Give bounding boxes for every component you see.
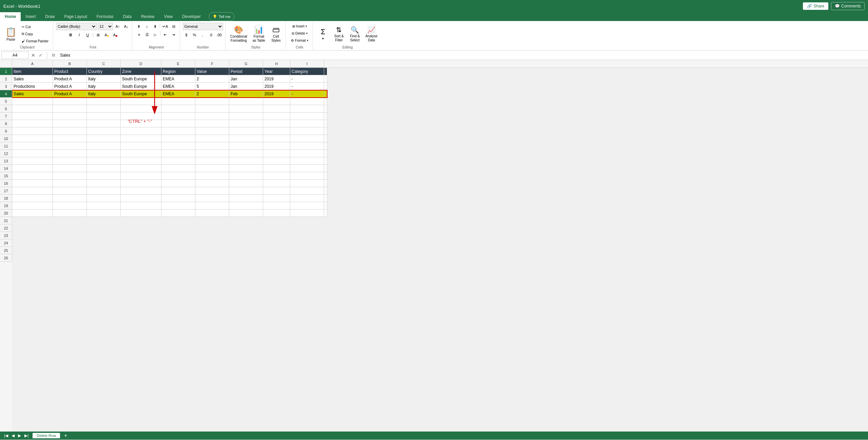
cell-f7[interactable] xyxy=(195,113,229,120)
cell-d2[interactable]: South Europe xyxy=(121,75,161,83)
cell-h17[interactable] xyxy=(263,187,290,195)
cell-h4[interactable]: 2019 xyxy=(263,90,290,98)
cell-e1[interactable]: Region xyxy=(161,68,195,75)
cell-e12[interactable] xyxy=(161,150,195,157)
cell-f9[interactable] xyxy=(195,127,229,135)
cell-i17[interactable] xyxy=(290,187,324,195)
col-header-i[interactable]: I xyxy=(290,60,324,67)
cell-a20[interactable] xyxy=(12,209,53,217)
cell-c16[interactable] xyxy=(87,180,121,187)
accounting-button[interactable]: $ xyxy=(183,31,190,39)
delete-cells-button[interactable]: ⊟ Delete ▾ xyxy=(289,30,310,37)
cell-h10[interactable] xyxy=(263,135,290,142)
cell-b6[interactable] xyxy=(53,105,87,113)
row-header-24[interactable]: 24 xyxy=(0,239,12,247)
cell-e13[interactable] xyxy=(161,157,195,165)
cell-f17[interactable] xyxy=(195,187,229,195)
cell-a15[interactable] xyxy=(12,172,53,180)
cell-a14[interactable] xyxy=(12,165,53,172)
cell-i10[interactable] xyxy=(290,135,324,142)
cell-g20[interactable] xyxy=(229,209,263,217)
tab-home[interactable]: Home xyxy=(0,12,21,21)
find-select-button[interactable]: 🔍 Find &Select xyxy=(348,24,362,44)
cell-a9[interactable] xyxy=(12,127,53,135)
cell-a3[interactable]: Productions xyxy=(12,83,53,90)
confirm-formula-button[interactable]: ✓ xyxy=(37,53,44,58)
bold-button[interactable]: B xyxy=(67,31,75,39)
cell-i20[interactable] xyxy=(290,209,324,217)
analyse-data-button[interactable]: 📈 AnalyseData xyxy=(363,24,380,44)
cell-c18[interactable] xyxy=(87,195,121,202)
align-center-button[interactable]: ☰ xyxy=(143,31,151,38)
cell-e3[interactable]: EMEA xyxy=(161,83,195,90)
sort-filter-button[interactable]: ⇅ Sort &Filter xyxy=(332,24,347,44)
row-header-21[interactable]: 21 xyxy=(0,217,12,224)
row-header-6[interactable]: 6 xyxy=(0,105,12,113)
cell-g11[interactable] xyxy=(229,142,263,150)
corner-cell[interactable] xyxy=(0,60,12,67)
cell-c1[interactable]: Country xyxy=(87,68,121,75)
font-name-select[interactable]: Calibri (Body) xyxy=(56,23,97,30)
cell-e15[interactable] xyxy=(161,172,195,180)
cell-f6[interactable] xyxy=(195,105,229,113)
cell-h11[interactable] xyxy=(263,142,290,150)
cell-f8[interactable] xyxy=(195,120,229,127)
cell-g19[interactable] xyxy=(229,202,263,209)
cell-a17[interactable] xyxy=(12,187,53,195)
cell-e17[interactable] xyxy=(161,187,195,195)
cell-g12[interactable] xyxy=(229,150,263,157)
merge-button[interactable]: ⊟ xyxy=(170,23,178,30)
cell-d7[interactable] xyxy=(121,113,161,120)
cell-i18[interactable] xyxy=(290,195,324,202)
cell-e20[interactable] xyxy=(161,209,195,217)
align-top-button[interactable]: ⬆ xyxy=(135,23,142,30)
cell-f14[interactable] xyxy=(195,165,229,172)
row-header-17[interactable]: 17 xyxy=(0,187,12,195)
format-as-table-button[interactable]: 📊 Formatas Table xyxy=(251,24,267,44)
cell-f11[interactable] xyxy=(195,142,229,150)
cell-i13[interactable] xyxy=(290,157,324,165)
cell-f13[interactable] xyxy=(195,157,229,165)
italic-button[interactable]: I xyxy=(76,31,83,39)
cell-c13[interactable] xyxy=(87,157,121,165)
cell-h5[interactable] xyxy=(263,98,290,105)
row-header-13[interactable]: 13 xyxy=(0,157,12,165)
add-sheet-button[interactable]: + xyxy=(63,433,68,439)
number-format-select[interactable]: General xyxy=(183,23,223,30)
align-bottom-button[interactable]: ⬇ xyxy=(151,23,159,30)
align-middle-button[interactable]: ↕ xyxy=(143,23,151,30)
cell-i19[interactable] xyxy=(290,202,324,209)
row-header-4[interactable]: 4 xyxy=(0,90,12,98)
wrap-text-button[interactable]: ↵A xyxy=(161,23,169,30)
cell-g3[interactable]: Jan xyxy=(229,83,263,90)
cell-i9[interactable] xyxy=(290,127,324,135)
cell-c7[interactable] xyxy=(87,113,121,120)
row-header-7[interactable]: 7 xyxy=(0,113,12,120)
cell-a16[interactable] xyxy=(12,180,53,187)
row-header-9[interactable]: 9 xyxy=(0,127,12,135)
cell-g5[interactable] xyxy=(229,98,263,105)
font-color-button[interactable]: A▄ xyxy=(112,31,119,39)
cell-c19[interactable] xyxy=(87,202,121,209)
cell-g6[interactable] xyxy=(229,105,263,113)
cell-i6[interactable] xyxy=(290,105,324,113)
cell-f2[interactable]: 2 xyxy=(195,75,229,83)
cell-f20[interactable] xyxy=(195,209,229,217)
cell-e16[interactable] xyxy=(161,180,195,187)
cell-c9[interactable] xyxy=(87,127,121,135)
cell-d5[interactable] xyxy=(121,98,161,105)
row-header-8[interactable]: 8 xyxy=(0,120,12,127)
decrease-font-button[interactable]: A↓ xyxy=(122,23,130,30)
cell-a12[interactable] xyxy=(12,150,53,157)
formula-input[interactable] xyxy=(59,52,867,59)
cell-d16[interactable] xyxy=(121,180,161,187)
cell-b17[interactable] xyxy=(53,187,87,195)
comma-button[interactable]: , xyxy=(199,31,206,39)
cell-a2[interactable]: Sales xyxy=(12,75,53,83)
cell-d15[interactable] xyxy=(121,172,161,180)
cell-e8[interactable] xyxy=(161,120,195,127)
cell-i15[interactable] xyxy=(290,172,324,180)
cell-h12[interactable] xyxy=(263,150,290,157)
cell-h14[interactable] xyxy=(263,165,290,172)
last-sheet-button[interactable]: ▶| xyxy=(23,433,30,438)
